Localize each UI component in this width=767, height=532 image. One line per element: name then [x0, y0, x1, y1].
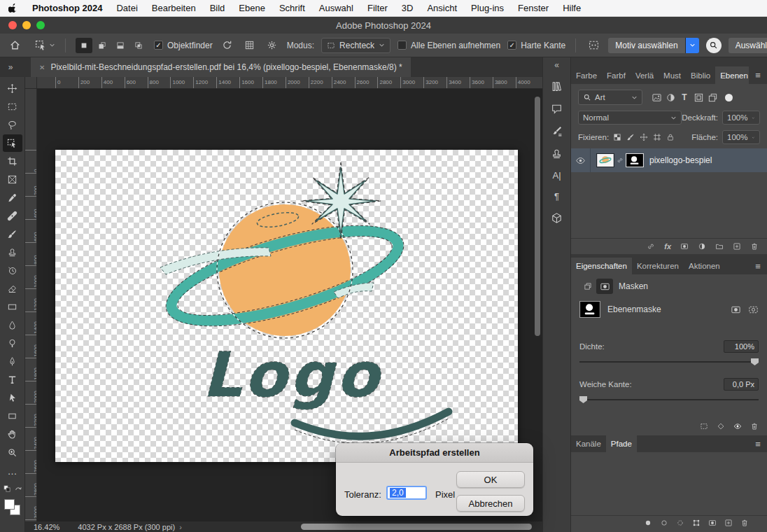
object-selection-tool[interactable]	[3, 134, 22, 152]
pixel-mask-button[interactable]	[579, 279, 596, 294]
lock-pixels-icon[interactable]	[626, 133, 635, 141]
menu-item[interactable]: Bearbeiten	[152, 3, 196, 13]
comments-icon[interactable]	[551, 103, 563, 115]
mask-enabled-eye-icon[interactable]	[733, 422, 742, 430]
panel-tab[interactable]: Ebenen	[715, 66, 749, 84]
3d-panel-icon[interactable]	[551, 212, 563, 224]
menu-item[interactable]: Filter	[367, 3, 388, 13]
weiche-kante-slider[interactable]	[579, 399, 759, 400]
apple-menu-icon[interactable]	[8, 3, 18, 14]
paths-panel[interactable]	[571, 452, 767, 515]
select-layer-mask-icon[interactable]	[731, 304, 741, 315]
add-to-selection-button[interactable]	[94, 38, 111, 53]
eraser-tool[interactable]	[3, 280, 22, 298]
layer-visibility-eye-icon[interactable]	[571, 148, 591, 172]
mask-link-icon[interactable]	[617, 157, 624, 164]
foreground-color-swatch[interactable]	[4, 499, 15, 510]
panel-tab[interactable]: Farbe	[571, 66, 602, 84]
character-panel-icon[interactable]: A|	[552, 170, 561, 181]
menu-item[interactable]: Schrift	[279, 3, 305, 13]
panel-tab[interactable]: Pfade	[606, 435, 637, 452]
rectangle-tool[interactable]	[3, 407, 22, 425]
close-button[interactable]	[8, 21, 17, 29]
filter-adjustment-layers-icon[interactable]	[663, 90, 677, 104]
panel-tab[interactable]: Verlä	[631, 66, 659, 84]
lock-all-icon[interactable]	[666, 133, 675, 141]
dodge-tool[interactable]	[3, 335, 22, 352]
auswaehlen-und-maskieren-button[interactable]: Auswählen und ...	[729, 38, 767, 53]
collapse-panels-icon[interactable]: «	[554, 60, 559, 70]
menu-item[interactable]: Datei	[116, 3, 137, 13]
search-icon[interactable]	[706, 38, 722, 53]
menu-item[interactable]: Ansicht	[427, 3, 457, 13]
deckkraft-select[interactable]: 100%	[722, 111, 760, 125]
home-icon[interactable]	[7, 38, 22, 53]
add-layer-mask-icon[interactable]	[680, 242, 689, 251]
overlay-options-icon[interactable]	[242, 38, 258, 53]
delete-layer-trash-icon[interactable]	[750, 242, 759, 251]
panel-menu-icon[interactable]: ≡	[749, 258, 767, 274]
menu-item[interactable]: Auswahl	[319, 3, 353, 13]
dichte-slider-knob[interactable]	[751, 358, 759, 365]
delete-mask-trash-icon[interactable]	[750, 422, 759, 430]
new-path-icon[interactable]	[724, 519, 733, 527]
mask-selection-icon[interactable]	[700, 422, 708, 430]
gear-icon[interactable]	[265, 38, 280, 53]
new-selection-button[interactable]	[76, 38, 92, 53]
move-tool[interactable]	[3, 80, 22, 97]
dialog-title[interactable]: Arbeitspfad erstellen	[336, 443, 533, 463]
brush-tool[interactable]	[3, 225, 22, 243]
crop-tool[interactable]	[3, 153, 22, 170]
apply-mask-icon[interactable]	[717, 422, 725, 430]
menu-item[interactable]: Fenster	[518, 3, 549, 13]
blur-tool[interactable]	[3, 316, 22, 334]
panel-tab[interactable]: Kanäle	[571, 435, 606, 452]
selection-preview-icon[interactable]	[586, 38, 601, 53]
lock-artboard-icon[interactable]	[653, 133, 661, 141]
panel-tab[interactable]: Eigenschaften	[571, 258, 632, 274]
dichte-value[interactable]: 100%	[724, 340, 759, 353]
rectangular-marquee-tool[interactable]	[3, 98, 22, 115]
edit-toolbar-ellipsis[interactable]: …	[3, 462, 22, 479]
objektfinder-checkbox[interactable]	[154, 41, 163, 50]
close-tab-icon[interactable]: ✕	[39, 64, 45, 71]
objektfinder-checkbox-row[interactable]: Objektfinder	[154, 41, 213, 50]
alle-ebenen-checkbox[interactable]	[397, 41, 407, 50]
panel-menu-icon[interactable]: ≡	[749, 66, 767, 84]
default-colors-icon[interactable]	[3, 484, 11, 493]
panel-tab[interactable]: Aktionen	[684, 258, 725, 274]
link-layers-icon[interactable]	[647, 242, 655, 251]
menu-item[interactable]: Plug-ins	[471, 3, 504, 13]
stroke-path-icon[interactable]	[660, 519, 668, 527]
swap-colors-icon[interactable]	[14, 484, 22, 493]
gradient-tool[interactable]	[3, 298, 22, 316]
zoom-button[interactable]	[36, 21, 45, 29]
subtract-from-selection-button[interactable]	[112, 38, 129, 53]
layer-filter-select[interactable]: Art	[578, 90, 642, 105]
menu-item[interactable]: 3D	[402, 3, 414, 13]
clone-source-icon[interactable]	[551, 148, 563, 160]
layer-row[interactable]: pixellogo-bespiel	[571, 148, 767, 172]
fill-path-icon[interactable]	[644, 519, 652, 527]
panel-tab[interactable]: Korrekturen	[632, 258, 684, 274]
layer-style-fx-icon[interactable]: fx	[664, 242, 671, 251]
menu-item[interactable]: Ebene	[239, 3, 265, 13]
load-path-as-selection-icon[interactable]	[676, 519, 684, 527]
double-chevron-right-icon[interactable]: »	[0, 57, 21, 77]
document-canvas[interactable]: Logo	[55, 150, 518, 462]
panel-tab[interactable]: Farbf	[602, 66, 631, 84]
new-group-folder-icon[interactable]	[715, 242, 724, 251]
toleranz-input[interactable]: 2,0	[386, 486, 427, 500]
layer-thumbnail[interactable]	[596, 153, 614, 167]
motiv-auswaehlen-label[interactable]: Motiv auswählen	[608, 38, 684, 53]
zoom-tool[interactable]	[3, 444, 22, 461]
alle-ebenen-checkbox-row[interactable]: Alle Ebenen aufnehmen	[397, 41, 500, 50]
weiche-kante-value[interactable]: 0,0 Px	[724, 378, 759, 391]
type-tool[interactable]	[3, 371, 22, 388]
document-info[interactable]: 4032 Px x 2688 Px (300 ppi)›	[78, 523, 181, 531]
zoom-level[interactable]: 16.42%	[34, 523, 59, 531]
new-layer-icon[interactable]	[733, 242, 741, 251]
layer-mask-thumbnail[interactable]	[626, 153, 644, 167]
filter-pixel-layers-icon[interactable]	[649, 90, 663, 104]
minimize-button[interactable]	[22, 21, 31, 29]
